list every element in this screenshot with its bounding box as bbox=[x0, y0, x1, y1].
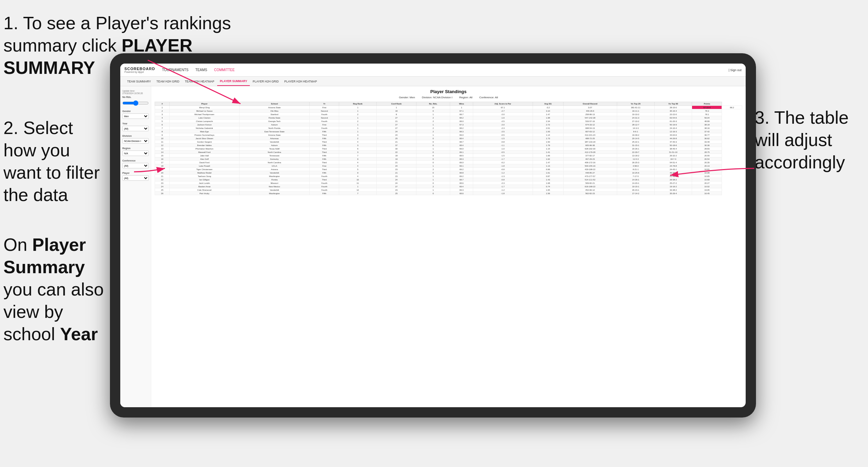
table-row: 21Taehoon SongWashingtonFourth423169.2-1… bbox=[155, 175, 742, 178]
subnav-player-h2h-grid[interactable]: PLAYER H2H GRID bbox=[250, 77, 281, 86]
table-title: Player Standings bbox=[155, 89, 742, 94]
region-select[interactable]: N/A bbox=[122, 151, 149, 156]
table-row: 22Ian GilliganFloridaThird1024168.7-0.81… bbox=[155, 178, 742, 181]
player-select[interactable]: (All) bbox=[122, 175, 149, 181]
col-adj-score: Adj. Score to Par bbox=[473, 102, 533, 106]
table-row: 9Preston SummerhaysArizona StateThird324… bbox=[155, 133, 742, 137]
table-row: 11Gordon SargentVanderbiltThird421068.7-… bbox=[155, 140, 742, 144]
table-row: 4Luke ClantonFlorida StateSecond127268.2… bbox=[155, 116, 742, 120]
nav-right: | Sign out bbox=[728, 68, 742, 72]
table-row: 19Tiger ChristensenArizonaThird523269.2-… bbox=[155, 168, 742, 171]
table-header-row: # Player School Yr Reg Rank Conf Rank No… bbox=[155, 102, 742, 106]
table-row: 13Phichaksn MaichonTexas A&MThird630169.… bbox=[155, 147, 742, 151]
update-time: Update time: 27/03/2024 16:56:26 bbox=[122, 90, 149, 94]
col-avg-sg: Avg SG bbox=[533, 102, 563, 106]
subnav-player-h2h-heatmap[interactable]: PLAYER H2H HEATMAP bbox=[281, 77, 320, 86]
nav-link-tournaments[interactable]: TOURNAMENTS bbox=[162, 68, 188, 72]
annotation-step3: 3. The table will adjust accordingly bbox=[755, 107, 865, 174]
annotation-year-bold: Year bbox=[60, 324, 98, 344]
player-standings-table: # Player School Yr Reg Rank Conf Rank No… bbox=[155, 102, 742, 195]
division-select[interactable]: NCAA Division I bbox=[122, 138, 149, 144]
table-row: 20Matthew RiedelVanderbiltFifth921068.8-… bbox=[155, 171, 742, 175]
conference-section: Conference (All) bbox=[122, 159, 149, 168]
nav-links: TOURNAMENTS TEAMS COMMITTEE bbox=[162, 68, 728, 72]
subnav-team-h2h-heatmap[interactable]: TEAM H2H HEATMAP bbox=[182, 77, 217, 86]
logo-main: SCOREBOARD bbox=[124, 67, 155, 71]
col-reg-rank: Reg Rank bbox=[339, 102, 377, 106]
table-row: 5Christo LamprechtGeorgia TechFourth2212… bbox=[155, 120, 742, 123]
year-section: Year (All) bbox=[122, 122, 149, 131]
gender-section: Gender Men bbox=[122, 110, 149, 119]
col-no-rds: No. Rds. bbox=[416, 102, 450, 106]
conference-select[interactable]: (All) bbox=[122, 163, 149, 168]
table-row: 14Maxwell FordNorth CarolinaThird322069.… bbox=[155, 151, 742, 154]
table-row: 12Brendan ValdesAuburnFifth337068.4-1.11… bbox=[155, 144, 742, 147]
col-yr: Yr bbox=[310, 102, 339, 106]
col-wins: Wins bbox=[450, 102, 473, 106]
region-label: Region bbox=[122, 147, 149, 149]
subnav-team-summary[interactable]: TEAM SUMMARY bbox=[124, 77, 154, 86]
col-vs-top25: Vs Top 25 bbox=[617, 102, 654, 106]
col-conf-rank: Conf Rank bbox=[376, 102, 416, 106]
nav-link-committee[interactable]: COMMITTEE bbox=[214, 68, 235, 72]
col-overall-record: Overall Record bbox=[563, 102, 617, 106]
col-points: Points bbox=[692, 102, 722, 106]
table-row: 25Cole SherwoodVanderbiltFourth1223169.3… bbox=[155, 188, 742, 192]
table-row: 3Michael ThorbjornsenStanfordFourth28168… bbox=[155, 113, 742, 116]
conference-label: Conference bbox=[122, 159, 149, 162]
division-label: Division bbox=[122, 135, 149, 137]
filter-conference: Conference: All bbox=[479, 96, 498, 99]
year-select[interactable]: (All) bbox=[122, 126, 149, 131]
year-label: Year bbox=[122, 122, 149, 125]
table-row: 24Bastien AmatNew MexicoFourth127269.4-1… bbox=[155, 185, 742, 188]
col-player: Player bbox=[169, 102, 239, 106]
col-rank: # bbox=[155, 102, 170, 106]
table-row: 17David FordNorth CarolinaThird421069.0-… bbox=[155, 161, 742, 164]
filter-gender: Gender: Men bbox=[399, 96, 415, 99]
sidebar: Update time: 27/03/2024 16:56:26 No Rds.… bbox=[120, 86, 151, 407]
table-row: 23Jack LundinMissouriFourth1124068.6-2.3… bbox=[155, 181, 742, 185]
filter-region: Region: All bbox=[459, 96, 472, 99]
table-row: 10Jacob Skov OlesenArkansasFifth225068.4… bbox=[155, 137, 742, 140]
table-row: 8Mats EgeEast Tennessee StateFifth124268… bbox=[155, 130, 742, 133]
sub-nav: TEAM SUMMARY TEAM H2H GRID TEAM H2H HEAT… bbox=[120, 77, 746, 86]
table-row: 18Luke PowellUCLAFirst424169.1-1.81.1350… bbox=[155, 164, 742, 168]
gender-select[interactable]: Men bbox=[122, 113, 149, 119]
filter-row: Gender: Men Division: NCAA Division I Re… bbox=[155, 96, 742, 99]
update-date: 27/03/2024 16:56:26 bbox=[122, 92, 143, 94]
table-row: 6Jackson KoivunAuburnFirst127167.3-2.02.… bbox=[155, 123, 742, 126]
no-rds-slider[interactable] bbox=[122, 100, 149, 106]
annotation-step2: 2. Select how you want to filter the dat… bbox=[3, 117, 107, 206]
col-vs-top50: Vs Top 50 bbox=[655, 102, 692, 106]
no-rds-label: No Rds. bbox=[122, 96, 149, 98]
logo: SCOREBOARD Powered by dippd bbox=[124, 67, 155, 73]
nav-link-teams[interactable]: TEAMS bbox=[196, 68, 207, 72]
col-school: School bbox=[239, 102, 310, 106]
player-section: Player (All) bbox=[122, 172, 149, 181]
table-row: 16Alex GoffKentuckyFifth919068.3-1.71.92… bbox=[155, 157, 742, 161]
table-body: 1Wenyi DingArizona StateFirst1115167.1-3… bbox=[155, 106, 742, 195]
logo-sub: Powered by dippd bbox=[124, 71, 155, 73]
player-label: Player bbox=[122, 172, 149, 174]
table-row: 26Petr HrubyWashingtonFifth725068.6-1.81… bbox=[155, 192, 742, 195]
table-row: 15Jake HallTennesseeFifth718068.5-1.51.6… bbox=[155, 154, 742, 157]
annotation-step1-text: 1. To see a Player's rankings summary cl… bbox=[3, 13, 231, 55]
table-row: 1Wenyi DingArizona StateFirst1115167.1-3… bbox=[155, 106, 742, 109]
filter-division: Division: NCAA Division I bbox=[422, 96, 453, 99]
nav-bar: SCOREBOARD Powered by dippd TOURNAMENTS … bbox=[120, 64, 746, 77]
annotation-bottom: On Player Summary you can also view by s… bbox=[3, 234, 113, 345]
tablet-screen: SCOREBOARD Powered by dippd TOURNAMENTS … bbox=[120, 64, 746, 407]
table-row: 2Michael Le SassoOle MissSecond118067.1-… bbox=[155, 109, 742, 113]
subnav-player-summary[interactable]: PLAYER SUMMARY bbox=[217, 77, 250, 86]
gender-label: Gender bbox=[122, 110, 149, 112]
main-content: Update time: 27/03/2024 16:56:26 No Rds.… bbox=[120, 86, 746, 407]
table-row: 7Nicholas GabrelcikNorth FloridaFourth12… bbox=[155, 126, 742, 130]
tablet-device: SCOREBOARD Powered by dippd TOURNAMENTS … bbox=[110, 53, 756, 418]
no-rds-section: No Rds. bbox=[122, 96, 149, 107]
division-section: Division NCAA Division I bbox=[122, 135, 149, 144]
sign-out-link[interactable]: | Sign out bbox=[728, 68, 742, 72]
region-section: Region N/A bbox=[122, 147, 149, 156]
subnav-team-h2h-grid[interactable]: TEAM H2H GRID bbox=[154, 77, 182, 86]
table-area: Player Standings Gender: Men Division: N… bbox=[151, 86, 746, 407]
